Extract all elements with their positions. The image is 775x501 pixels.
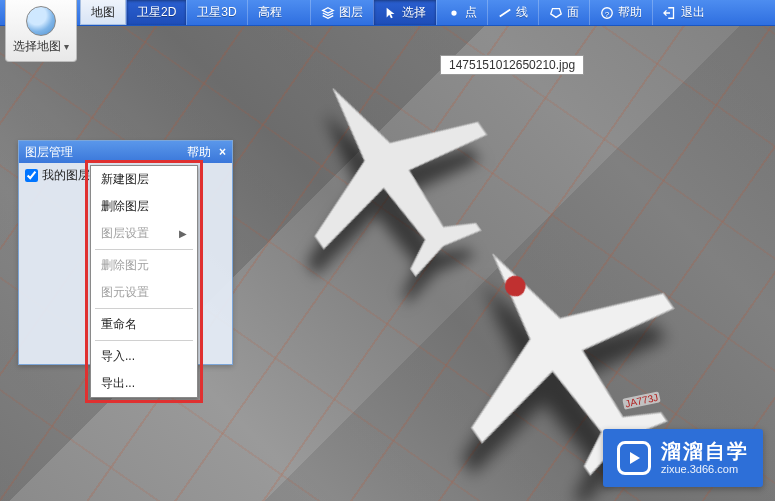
tab-map[interactable]: 地图: [80, 0, 126, 25]
polygon-icon: [549, 6, 563, 20]
layer-item-label: 我的图层: [42, 167, 90, 184]
watermark-text: 溜溜自学: [661, 439, 749, 463]
btn-label: 帮助: [618, 4, 642, 21]
btn-select[interactable]: 选择: [373, 0, 436, 25]
btn-label: 图层: [339, 4, 363, 21]
watermark-url: zixue.3d66.com: [661, 463, 749, 476]
line-icon: [498, 6, 512, 20]
btn-label: 线: [516, 4, 528, 21]
menu-label: 导入...: [101, 348, 135, 365]
btn-label: 点: [465, 4, 477, 21]
watermark-badge: 溜溜自学 zixue.3d66.com: [603, 429, 763, 487]
svg-text:?: ?: [605, 9, 610, 18]
tab-label: 地图: [91, 4, 115, 21]
menu-label: 删除图层: [101, 198, 149, 215]
exit-icon: [663, 6, 677, 20]
map-selector[interactable]: 选择地图▾: [5, 0, 77, 62]
menu-layer-settings[interactable]: 图层设置▶: [91, 220, 197, 247]
tab-satellite-3d[interactable]: 卫星3D: [186, 0, 246, 25]
menu-label: 图层设置: [101, 225, 149, 242]
tab-label: 卫星2D: [137, 4, 176, 21]
map-selector-label: 选择地图▾: [13, 38, 69, 55]
btn-point[interactable]: 点: [436, 0, 487, 25]
menu-separator: [95, 249, 193, 250]
menu-separator: [95, 308, 193, 309]
btn-exit[interactable]: 退出: [652, 0, 715, 25]
top-toolbar: 地图 卫星2D 卫星3D 高程 图层 选择 点 线 面 ? 帮助 退出: [0, 0, 775, 26]
close-icon[interactable]: ×: [219, 145, 226, 159]
tab-label: 高程: [258, 4, 282, 21]
btn-label: 退出: [681, 4, 705, 21]
tab-label: 卫星3D: [197, 4, 236, 21]
menu-delete-layer[interactable]: 删除图层: [91, 193, 197, 220]
menu-export[interactable]: 导出...: [91, 370, 197, 397]
menu-import[interactable]: 导入...: [91, 343, 197, 370]
tab-satellite-2d[interactable]: 卫星2D: [126, 0, 186, 25]
layers-icon: [321, 6, 335, 20]
svg-point-1: [451, 10, 456, 15]
context-menu: 新建图层 删除图层 图层设置▶ 删除图元 图元设置 重命名 导入... 导出..…: [90, 165, 198, 398]
tab-elevation[interactable]: 高程: [247, 0, 292, 25]
menu-rename[interactable]: 重命名: [91, 311, 197, 338]
play-icon: [617, 441, 651, 475]
menu-label: 新建图层: [101, 171, 149, 188]
btn-help[interactable]: ? 帮助: [589, 0, 652, 25]
menu-label: 重命名: [101, 316, 137, 333]
layer-panel-header[interactable]: 图层管理 帮助 ×: [19, 141, 232, 163]
layer-checkbox[interactable]: [25, 169, 38, 182]
btn-polygon[interactable]: 面: [538, 0, 589, 25]
btn-label: 选择: [402, 4, 426, 21]
menu-label: 删除图元: [101, 257, 149, 274]
filename-label: 1475151012650210.jpg: [440, 55, 584, 75]
menu-separator: [95, 340, 193, 341]
menu-label: 导出...: [101, 375, 135, 392]
help-icon: ?: [600, 6, 614, 20]
menu-element-settings: 图元设置: [91, 279, 197, 306]
chevron-down-icon: ▾: [64, 41, 69, 52]
layer-panel-help-link[interactable]: 帮助: [187, 144, 211, 161]
menu-delete-element: 删除图元: [91, 252, 197, 279]
point-icon: [447, 6, 461, 20]
menu-new-layer[interactable]: 新建图层: [91, 166, 197, 193]
menu-label: 图元设置: [101, 284, 149, 301]
layer-panel-title: 图层管理: [25, 144, 187, 161]
btn-layer[interactable]: 图层: [310, 0, 373, 25]
btn-label: 面: [567, 4, 579, 21]
submenu-arrow-icon: ▶: [179, 228, 187, 239]
cursor-icon: [384, 6, 398, 20]
btn-line[interactable]: 线: [487, 0, 538, 25]
globe-icon: [26, 6, 56, 36]
